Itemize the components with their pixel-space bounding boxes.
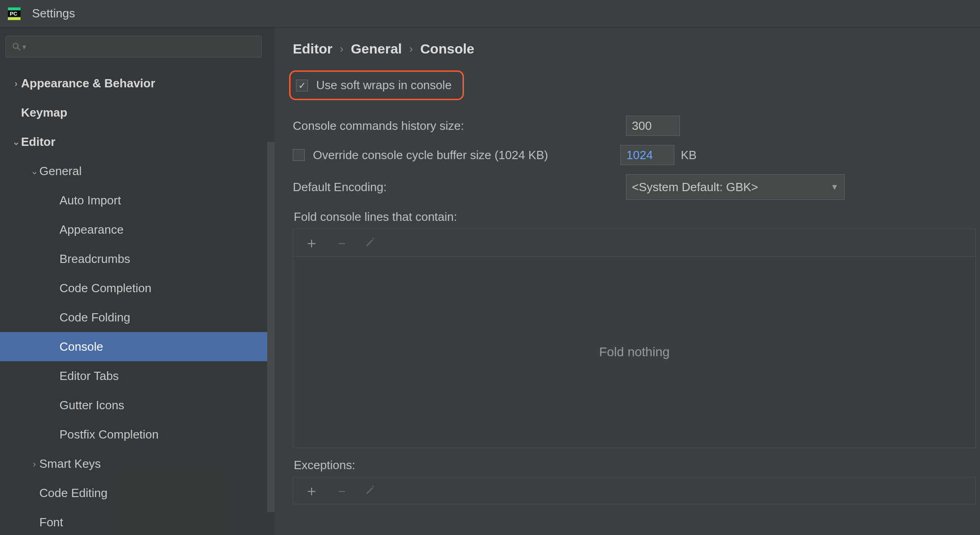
exceptions-label: Exceptions: [294, 458, 980, 472]
sidebar-item-label: Smart Keys [39, 457, 101, 471]
sidebar-item-auto-import[interactable]: Auto Import [0, 186, 275, 215]
pencil-icon [365, 236, 377, 248]
sidebar-scrollbar[interactable] [267, 142, 275, 512]
soft-wraps-highlight: Use soft wraps in console [289, 70, 464, 100]
sidebar-item-label: Code Folding [59, 310, 130, 325]
svg-point-4 [13, 43, 18, 48]
window-title: Settings [32, 6, 75, 21]
remove-button[interactable]: － [334, 235, 349, 250]
sidebar-item-editor[interactable]: ⌄Editor [0, 127, 275, 156]
sidebar-item-console[interactable]: Console [0, 332, 275, 361]
chevron-down-icon: ⌄ [11, 136, 21, 147]
chevron-down-icon: ▼ [830, 182, 839, 192]
exceptions-list-toolbar: ＋ － [293, 477, 976, 504]
sidebar-item-label: Postfix Completion [59, 428, 159, 442]
sidebar-item-label: Editor [21, 135, 55, 149]
override-buffer-checkbox[interactable] [293, 149, 305, 161]
sidebar-item-label: Appearance & Behavior [21, 76, 155, 91]
sidebar-item-postfix-completion[interactable]: Postfix Completion [0, 420, 275, 449]
fold-list[interactable]: Fold nothing [293, 256, 976, 448]
sidebar-item-font[interactable]: Font [0, 508, 275, 535]
remove-button[interactable]: － [334, 483, 349, 498]
search-icon [11, 42, 22, 52]
override-buffer-label: Override console cycle buffer size (1024… [313, 148, 620, 162]
sidebar-item-label: Editor Tabs [59, 369, 119, 383]
sidebar-item-label: Gutter Icons [59, 398, 124, 412]
sidebar-item-label: General [39, 164, 82, 178]
sidebar-item-label: Code Editing [39, 486, 108, 500]
sidebar-item-gutter-icons[interactable]: Gutter Icons [0, 391, 275, 420]
edit-button[interactable] [365, 483, 377, 498]
soft-wraps-checkbox[interactable] [296, 80, 308, 91]
sidebar-item-keymap[interactable]: Keymap [0, 98, 275, 127]
settings-content: Editor › General › Console Use soft wrap… [275, 27, 980, 535]
fold-list-toolbar: ＋ － [293, 229, 976, 256]
sidebar-item-appearance[interactable]: Appearance [0, 215, 275, 244]
default-encoding-select[interactable]: <System Default: GBK> ▼ [626, 174, 845, 200]
sidebar-item-label: Console [59, 340, 103, 354]
sidebar-item-label: Font [39, 515, 63, 530]
sidebar-item-breadcrumbs[interactable]: Breadcrumbs [0, 244, 275, 273]
svg-text:PC: PC [10, 11, 17, 16]
chevron-right-icon: › [409, 43, 413, 55]
sidebar-item-label: Appearance [59, 223, 124, 237]
sidebar-item-label: Breadcrumbs [59, 252, 130, 266]
svg-rect-1 [8, 7, 21, 10]
svg-line-5 [18, 48, 21, 51]
chevron-down-icon: ⌄ [29, 166, 39, 177]
soft-wraps-label: Use soft wraps in console [316, 78, 452, 92]
edit-button[interactable] [365, 235, 377, 250]
sidebar-item-appearance-behavior[interactable]: ›Appearance & Behavior [0, 69, 275, 98]
titlebar: PC Settings [0, 0, 980, 27]
add-button[interactable]: ＋ [304, 235, 319, 250]
sidebar-item-code-completion[interactable]: Code Completion [0, 273, 275, 303]
fold-list-empty-text: Fold nothing [599, 345, 669, 359]
default-encoding-label: Default Encoding: [293, 180, 626, 194]
sidebar-item-code-editing[interactable]: Code Editing [0, 478, 275, 508]
sidebar-item-code-folding[interactable]: Code Folding [0, 303, 275, 332]
fold-lines-label: Fold console lines that contain: [294, 210, 980, 224]
default-encoding-value: <System Default: GBK> [632, 180, 758, 194]
breadcrumb-item[interactable]: Console [420, 41, 474, 57]
svg-rect-2 [8, 17, 21, 20]
chevron-right-icon: › [11, 78, 21, 89]
breadcrumb-item[interactable]: General [351, 41, 402, 57]
override-buffer-input[interactable] [620, 145, 674, 165]
sidebar-item-label: Auto Import [59, 193, 121, 208]
sidebar-item-label: Code Completion [59, 281, 151, 295]
breadcrumb-item[interactable]: Editor [293, 41, 333, 57]
breadcrumb: Editor › General › Console [293, 41, 980, 57]
pencil-icon [365, 484, 377, 496]
pycharm-icon: PC [6, 6, 22, 21]
sidebar-item-label: Keymap [21, 106, 67, 120]
sidebar-item-general[interactable]: ⌄General [0, 156, 275, 186]
history-size-label: Console commands history size: [293, 119, 626, 133]
settings-search-input[interactable]: ▾ [5, 36, 262, 58]
chevron-right-icon: › [340, 43, 344, 55]
settings-sidebar: ▾ ›Appearance & BehaviorKeymap⌄Editor⌄Ge… [0, 27, 275, 535]
override-buffer-unit: KB [681, 148, 697, 162]
add-button[interactable]: ＋ [304, 483, 319, 498]
history-size-input[interactable] [626, 116, 680, 136]
sidebar-item-editor-tabs[interactable]: Editor Tabs [0, 361, 275, 391]
chevron-right-icon: › [29, 459, 39, 469]
chevron-down-icon: ▾ [22, 43, 26, 51]
settings-tree: ›Appearance & BehaviorKeymap⌄Editor⌄Gene… [0, 64, 275, 535]
sidebar-item-smart-keys[interactable]: ›Smart Keys [0, 449, 275, 478]
